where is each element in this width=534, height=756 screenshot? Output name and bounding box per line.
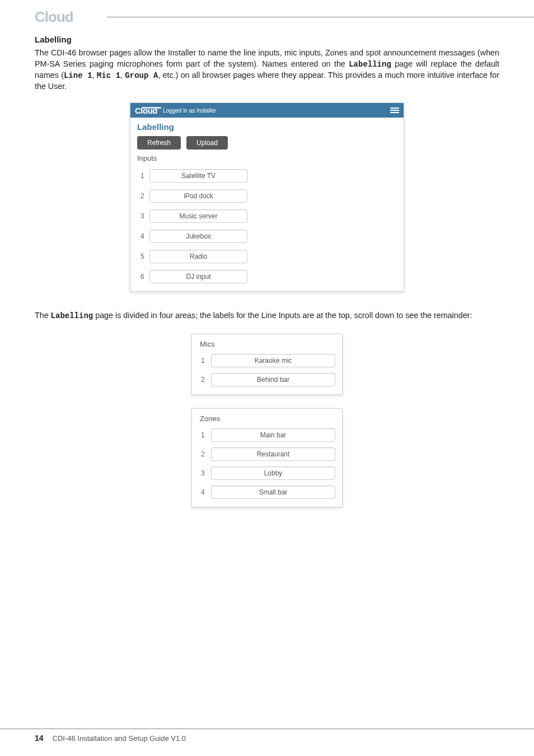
text: The bbox=[35, 311, 51, 320]
mics-panel: Mics 1 2 bbox=[191, 334, 343, 395]
header-rule bbox=[107, 17, 534, 17]
mono: Labelling bbox=[349, 60, 391, 69]
brand-logo: Cloud bbox=[35, 7, 99, 27]
zone-row: 2 bbox=[200, 447, 335, 461]
mono: Line 1 bbox=[64, 71, 92, 80]
labelling-panel: Cloud Logged in as Installer Labelling R… bbox=[130, 102, 404, 292]
zone-number: 4 bbox=[200, 488, 211, 496]
zone-number: 1 bbox=[200, 431, 211, 439]
zone-number: 2 bbox=[200, 450, 211, 458]
input-label-field[interactable] bbox=[149, 189, 247, 203]
input-label-field[interactable] bbox=[149, 209, 247, 223]
mics-heading: Mics bbox=[200, 340, 335, 348]
inputs-heading: Inputs bbox=[137, 154, 397, 162]
page-footer: 14 CDI-46 Installation and Setup Guide V… bbox=[0, 729, 534, 743]
input-row: 5 bbox=[137, 250, 397, 263]
zone-row: 3 bbox=[200, 466, 335, 480]
text: page is divided in four areas; the label… bbox=[93, 311, 472, 320]
mic-label-field[interactable] bbox=[211, 373, 335, 386]
input-label-field[interactable] bbox=[149, 250, 247, 263]
mic-label-field[interactable] bbox=[211, 354, 335, 367]
input-label-field[interactable] bbox=[149, 270, 247, 283]
zones-heading: Zones bbox=[200, 414, 335, 423]
logo-text: Cloud bbox=[35, 8, 73, 26]
menu-icon[interactable] bbox=[390, 108, 399, 113]
mono: Labelling bbox=[51, 311, 93, 320]
page-number: 14 bbox=[35, 734, 44, 743]
panel-topbar: Cloud Logged in as Installer bbox=[130, 103, 404, 118]
input-label-field[interactable] bbox=[149, 230, 247, 243]
input-number: 4 bbox=[137, 232, 149, 240]
zone-label-field[interactable] bbox=[211, 486, 335, 499]
input-row: 4 bbox=[137, 230, 397, 243]
zone-label-field[interactable] bbox=[211, 466, 335, 480]
upload-button[interactable]: Upload bbox=[186, 136, 228, 150]
input-row: 2 bbox=[137, 189, 397, 203]
mic-row: 1 bbox=[200, 354, 335, 367]
input-row: 1 bbox=[137, 169, 397, 183]
intro-paragraph: The CDI-46 browser pages allow the Insta… bbox=[35, 48, 499, 92]
zone-row: 4 bbox=[200, 486, 335, 499]
panel-title: Labelling bbox=[137, 122, 397, 132]
input-number: 2 bbox=[137, 192, 149, 200]
zone-label-field[interactable] bbox=[211, 447, 335, 461]
input-row: 6 bbox=[137, 270, 397, 283]
panel-logo: Cloud bbox=[135, 106, 157, 115]
page-header: Cloud bbox=[0, 0, 534, 27]
mid-paragraph: The Labelling page is divided in four ar… bbox=[35, 311, 499, 320]
input-number: 3 bbox=[137, 212, 149, 220]
zone-row: 1 bbox=[200, 428, 335, 442]
input-number: 1 bbox=[137, 172, 149, 180]
mic-number: 1 bbox=[200, 357, 211, 365]
footer-title: CDI-46 Installation and Setup Guide V1.0 bbox=[53, 734, 186, 743]
input-number: 5 bbox=[137, 253, 149, 260]
text: , bbox=[92, 71, 97, 80]
mono: Mic 1 bbox=[97, 71, 120, 80]
zones-panel: Zones 1 2 3 4 bbox=[191, 408, 343, 507]
input-number: 6 bbox=[137, 273, 149, 281]
zone-number: 3 bbox=[200, 469, 211, 477]
input-row: 3 bbox=[137, 209, 397, 223]
zone-label-field[interactable] bbox=[211, 428, 335, 442]
mic-number: 2 bbox=[200, 376, 211, 384]
login-status: Logged in as Installer bbox=[163, 108, 216, 114]
section-heading: Labelling bbox=[35, 35, 499, 44]
mic-row: 2 bbox=[200, 373, 335, 386]
refresh-button[interactable]: Refresh bbox=[137, 136, 181, 150]
mono: Group A bbox=[125, 71, 158, 80]
input-label-field[interactable] bbox=[149, 169, 247, 183]
